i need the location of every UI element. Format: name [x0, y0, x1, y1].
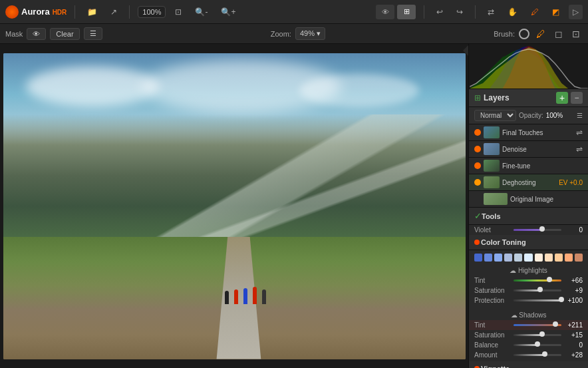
layer-name: Fine-tune — [502, 162, 583, 170]
amount-thumb[interactable] — [542, 351, 547, 357]
tint-slider-row: Tint +66 — [469, 276, 588, 285]
brush-color-button[interactable]: 🖊 — [533, 27, 548, 41]
zoom-select[interactable]: 49% ▾ — [295, 27, 325, 40]
saturation-thumb[interactable] — [537, 287, 543, 292]
protection-fill — [514, 299, 561, 301]
mask-toolbar: Mask 👁 Clear ☰ Zoom: 49% ▾ Brush: 🖊 ◻ ⊡ — [0, 24, 588, 44]
swatch-8[interactable] — [545, 254, 553, 262]
redo-button[interactable]: ↪ — [452, 5, 467, 19]
canvas-area[interactable] — [0, 44, 468, 368]
layer-item-final-touches[interactable]: Final Touches ⇌ — [469, 124, 588, 141]
layer-item-finetune[interactable]: Fine-tune — [469, 158, 588, 174]
mask-label: Mask — [5, 30, 23, 38]
grid-mode-icon[interactable]: ⊞ — [397, 5, 416, 19]
swatch-4[interactable] — [504, 254, 512, 262]
violet-thumb[interactable] — [539, 226, 545, 232]
zoom-out-button[interactable]: 🔍- — [191, 5, 212, 19]
share-button[interactable]: ↗ — [106, 5, 121, 19]
shadow-tint-thumb[interactable] — [553, 321, 558, 327]
separator — [74, 5, 75, 19]
layers-header: ⊞ Layers + − — [469, 89, 588, 107]
hand-tool[interactable]: ✋ — [504, 5, 521, 19]
layer-name: Original Image — [510, 196, 583, 203]
opacity-value: 100% — [546, 112, 563, 119]
layers-tool[interactable]: ◩ — [548, 5, 563, 19]
balance-slider-row: Balance 0 — [469, 340, 588, 350]
opacity-label: Opacity: — [519, 112, 543, 119]
layer-spacer — [474, 196, 481, 202]
panel-indicator — [463, 45, 468, 56]
add-layer-button[interactable]: + — [556, 92, 568, 104]
layer-item-denoise[interactable]: Denoise ⇌ — [469, 141, 588, 158]
tools-header: ✓ Tools — [469, 208, 588, 225]
saturation-fill — [514, 289, 540, 291]
hiker2 — [234, 289, 238, 304]
mask-eye-button[interactable]: 👁 — [27, 28, 46, 40]
layer-thumbnail — [484, 160, 500, 172]
brush-options-button[interactable]: ⊡ — [569, 27, 583, 41]
balance-track[interactable] — [514, 344, 561, 346]
shadow-tint-track[interactable] — [514, 324, 561, 326]
brush-tool[interactable]: 🖊 — [527, 5, 543, 19]
app-name: Aurora — [21, 7, 50, 17]
saturation-label: Saturation — [474, 287, 511, 294]
amount-track[interactable] — [514, 354, 561, 356]
swatch-6[interactable] — [524, 254, 532, 262]
layer-adjust-icon: ⇌ — [576, 128, 583, 137]
open-button[interactable]: 📁 — [83, 5, 101, 19]
export-button[interactable]: ▷ — [569, 5, 583, 19]
mode-icons: 👁 ⊞ — [376, 5, 416, 19]
violet-track[interactable] — [514, 229, 561, 231]
layer-item-original[interactable]: Original Image — [469, 191, 588, 208]
highlights-text: Highlights — [518, 267, 547, 274]
view-mode-icon[interactable]: 👁 — [376, 5, 394, 19]
balance-thumb[interactable] — [535, 341, 540, 347]
undo-button[interactable]: ↩ — [432, 5, 447, 19]
amount-label: Amount — [474, 351, 511, 359]
swatch-10[interactable] — [565, 254, 573, 262]
shadow-saturation-thumb[interactable] — [539, 331, 545, 337]
layer-name: Deghosting — [502, 179, 556, 186]
mask-menu-button[interactable]: ☰ — [84, 27, 102, 40]
shadows-cloud-icon: ☁ — [511, 311, 517, 319]
swatch-11[interactable] — [575, 254, 583, 262]
swatch-5[interactable] — [514, 254, 522, 262]
protection-track[interactable] — [514, 299, 561, 301]
swatch-9[interactable] — [555, 254, 563, 262]
shadow-tint-value: +211 — [564, 321, 583, 329]
right-panel: ⊞ Layers + − Normal Opacity: 100% ☰ Fina… — [468, 44, 588, 368]
shadow-tint-slider-row: Tint +211 — [469, 320, 588, 330]
blend-bar: Normal Opacity: 100% ☰ — [469, 107, 588, 124]
tint-track[interactable] — [514, 279, 561, 281]
vignette-header: Vignette — [469, 361, 588, 368]
mask-clear-button[interactable]: Clear — [50, 28, 79, 40]
swatch-7[interactable] — [535, 254, 543, 262]
tools-check-icon: ✓ — [474, 211, 482, 221]
layer-dot — [474, 129, 481, 136]
swatch-2[interactable] — [484, 254, 492, 262]
cloud3 — [299, 74, 419, 107]
remove-layer-button[interactable]: − — [571, 92, 583, 104]
layer-ev: EV +0.0 — [559, 179, 583, 186]
layer-thumbnail — [484, 176, 500, 188]
panel-toggle[interactable]: ⇄ — [484, 5, 498, 19]
layer-adjust-icon: ⇌ — [576, 144, 583, 154]
amount-value: +28 — [564, 351, 583, 359]
shadow-saturation-slider-row: Saturation +15 — [469, 330, 588, 340]
protection-thumb[interactable] — [559, 297, 564, 302]
shadow-saturation-fill — [514, 334, 542, 336]
layers-menu[interactable]: ☰ — [577, 112, 583, 119]
swatch-3[interactable] — [494, 254, 502, 262]
swatch-1[interactable] — [474, 254, 482, 262]
layer-thumbnail — [484, 193, 508, 205]
layer-item-deghosting[interactable]: Deghosting EV +0.0 — [469, 174, 588, 191]
hiker3 — [243, 288, 247, 304]
blend-mode-select[interactable]: Normal — [474, 110, 516, 121]
saturation-track[interactable] — [514, 289, 561, 291]
shadow-saturation-track[interactable] — [514, 334, 561, 336]
protection-value: +100 — [564, 297, 583, 304]
tint-thumb[interactable] — [547, 277, 552, 282]
brush-erase-button[interactable]: ◻ — [552, 27, 565, 41]
zoom-in-button[interactable]: 🔍+ — [217, 5, 239, 19]
zoom-fit-button[interactable]: ⊡ — [171, 5, 186, 19]
